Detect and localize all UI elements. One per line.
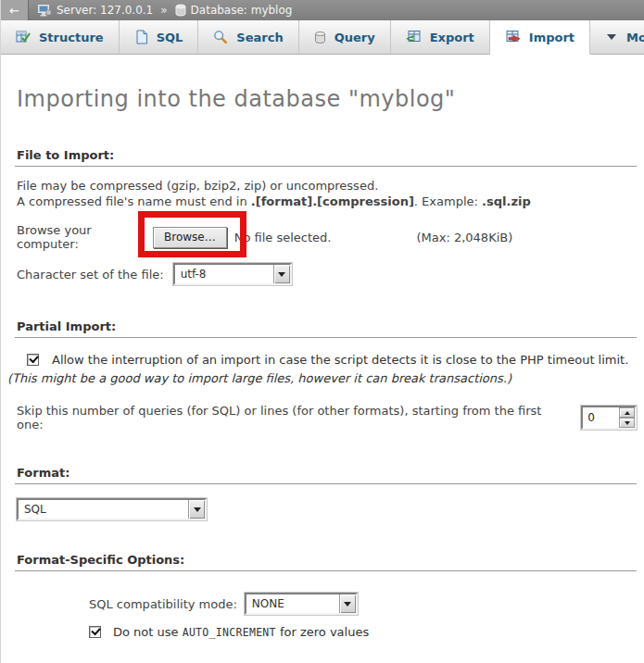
tab-label: Structure	[39, 31, 104, 44]
tab-import[interactable]: Import	[490, 20, 590, 55]
back-button[interactable]: ←	[1, 0, 29, 20]
breadcrumb: Server: 127.0.0.1 » Database: myblog	[37, 4, 292, 18]
tab-bar: Structure SQL Search Query Export Import	[1, 20, 644, 55]
allow-interruption-option: Allow the interruption of an import in c…	[7, 351, 630, 388]
tab-label: Export	[430, 31, 474, 44]
auto-increment-option: Do not use AUTO_INCREMENT for zero value…	[89, 625, 637, 639]
database-icon	[175, 4, 186, 17]
section-heading-partial-import: Partial Import:	[15, 319, 637, 338]
tab-label: SQL	[157, 31, 183, 44]
charset-selected-value: utf-8	[175, 265, 273, 283]
allow-interruption-text: Allow the interruption of an import in c…	[52, 353, 628, 367]
sql-compatibility-select[interactable]: NONE	[245, 593, 358, 615]
auto-increment-keyword: AUTO_INCREMENT	[183, 626, 276, 639]
charset-select-arrow-icon[interactable]	[273, 265, 290, 283]
compat-select-arrow-icon[interactable]	[339, 594, 356, 613]
browse-button[interactable]: Browse…	[153, 227, 227, 248]
tab-label: Search	[236, 31, 283, 44]
auto-increment-text: Do not use AUTO_INCREMENT for zero value…	[113, 625, 369, 639]
sql-compatibility-label: SQL compatibility mode:	[89, 597, 237, 611]
format-select-arrow-icon[interactable]	[188, 500, 205, 519]
file-upload-row: Browse your computer: Browse… No file se…	[17, 223, 637, 251]
structure-icon	[16, 30, 31, 44]
compression-help-text: File may be compressed (gzip, bzip2, zip…	[17, 178, 637, 209]
server-icon	[37, 4, 52, 18]
section-heading-file-to-import: File to Import:	[15, 148, 637, 167]
import-icon	[505, 30, 521, 44]
breadcrumb-server-link[interactable]: Server: 127.0.0.1	[57, 4, 153, 17]
tab-label: Import	[529, 31, 575, 44]
main-content: Importing into the database "myblog" Fil…	[1, 86, 644, 663]
sql-compatibility-value: NONE	[246, 594, 339, 613]
compression-line2: A compressed file's name must end in .[f…	[17, 194, 637, 209]
allow-interruption-checkbox[interactable]	[27, 354, 39, 366]
format-row: SQL	[17, 498, 637, 520]
section-heading-format-specific: Format-Specific Options:	[15, 553, 637, 571]
charset-label: Character set of the file:	[17, 268, 164, 281]
breadcrumb-bar: ← Server: 127.0.0.1 » Database: myblog	[1, 0, 644, 20]
breadcrumb-database-link[interactable]: Database: myblog	[191, 4, 293, 17]
search-icon	[213, 30, 228, 44]
chevron-down-icon	[605, 32, 618, 42]
tab-export[interactable]: Export	[391, 20, 490, 55]
tab-label: More	[626, 31, 644, 44]
compression-line1: File may be compressed (gzip, bzip2, zip…	[17, 178, 637, 194]
tab-more[interactable]: More	[590, 20, 644, 55]
tab-query[interactable]: Query	[299, 20, 391, 55]
spinner-down-icon[interactable]	[619, 418, 635, 428]
max-size-note: (Max: 2,048KiB)	[416, 231, 512, 244]
example-extension: .sql.zip	[482, 194, 531, 208]
tab-search[interactable]: Search	[198, 20, 298, 55]
allow-interruption-note: (This might be a good way to import larg…	[7, 371, 511, 385]
section-heading-format: Format:	[15, 466, 637, 484]
charset-select[interactable]: utf-8	[173, 263, 292, 285]
tab-label: Query	[335, 31, 375, 44]
no-file-selected-text: No file selected.	[234, 231, 332, 244]
format-compression-pattern: .[format].[compression]	[251, 194, 414, 208]
spinner-up-icon[interactable]	[619, 407, 635, 418]
tab-sql[interactable]: SQL	[120, 20, 199, 55]
skip-queries-label: Skip this number of queries (for SQL) or…	[17, 404, 570, 432]
back-arrow-icon: ←	[9, 4, 19, 18]
browse-label: Browse your computer:	[17, 223, 153, 251]
query-icon	[314, 31, 326, 44]
breadcrumb-separator: »	[160, 4, 167, 17]
skip-queries-row: Skip this number of queries (for SQL) or…	[17, 404, 637, 432]
format-selected-value: SQL	[19, 500, 188, 519]
skip-queries-value[interactable]: 0	[583, 407, 619, 428]
skip-queries-spinner[interactable]: 0	[581, 406, 637, 430]
page-title: Importing into the database "myblog"	[17, 86, 637, 112]
sql-icon	[134, 30, 148, 44]
tab-structure[interactable]: Structure	[1, 20, 120, 55]
auto-increment-checkbox[interactable]	[89, 626, 101, 638]
format-select[interactable]: SQL	[17, 498, 207, 520]
sql-compatibility-row: SQL compatibility mode: NONE	[89, 593, 637, 615]
export-icon	[406, 30, 422, 44]
charset-row: Character set of the file: utf-8	[17, 263, 637, 285]
